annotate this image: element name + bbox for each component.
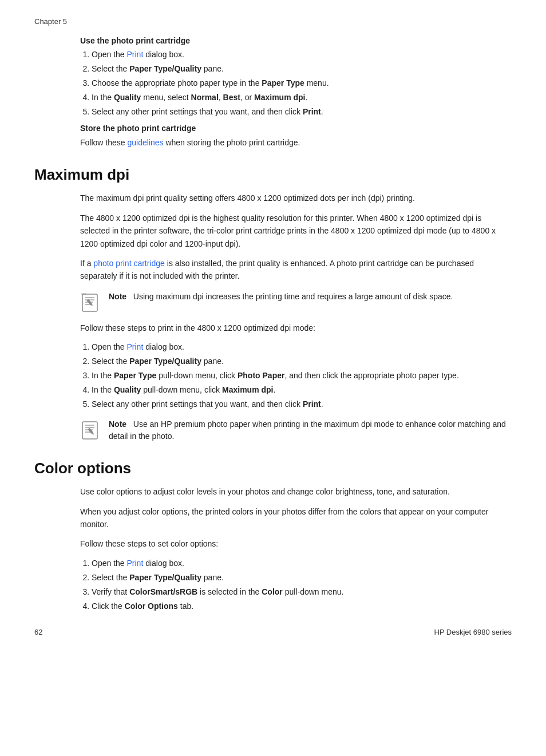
maximum-dpi-steps: Open the Print dialog box. Select the Pa… (92, 341, 512, 410)
note-text-2: Note Use an HP premium photo paper when … (109, 418, 512, 442)
use-photo-cartridge-steps: Open the Print dialog box. Select the Pa… (92, 49, 512, 118)
list-item: Select any other print settings that you… (92, 106, 512, 118)
note-label-2: Note (109, 419, 126, 429)
print-link-2[interactable]: Print (127, 342, 144, 351)
maximum-dpi-heading: Maximum dpi (34, 166, 512, 184)
guidelines-link[interactable]: guidelines (127, 138, 163, 147)
use-photo-cartridge-section: Use the photo print cartridge Open the P… (80, 36, 512, 149)
chapter-label: Chapter 5 (34, 17, 512, 26)
list-item: Open the Print dialog box. (92, 557, 512, 569)
maximum-dpi-section: The maximum dpi print quality setting of… (80, 192, 512, 442)
page-footer: 62 HP Deskjet 6980 series (34, 628, 512, 636)
list-item: Select the Paper Type/Quality pane. (92, 572, 512, 584)
list-item: In the Quality menu, select Normal, Best… (92, 92, 512, 104)
list-item: Select any other print settings that you… (92, 398, 512, 410)
svg-rect-13 (88, 428, 93, 434)
color-options-para1: Use color options to adjust color levels… (80, 485, 512, 498)
note-label-1: Note (109, 292, 126, 301)
print-link-3[interactable]: Print (127, 559, 144, 568)
list-item: Select the Paper Type/Quality pane. (92, 63, 512, 75)
store-photo-cartridge-text: Follow these guidelines when storing the… (80, 136, 512, 149)
list-item: Open the Print dialog box. (92, 341, 512, 353)
page-number: 62 (34, 628, 42, 636)
follow-steps-text-1: Follow these steps to print in the 4800 … (80, 322, 512, 334)
color-options-heading: Color options (34, 460, 512, 477)
note-content-1: Using maximum dpi increases the printing… (133, 292, 453, 301)
note-text-1: Note Using maximum dpi increases the pri… (109, 291, 453, 303)
maximum-dpi-para3: If a photo print cartridge is also insta… (80, 257, 512, 283)
list-item: Choose the appropriate photo paper type … (92, 77, 512, 89)
note-content-2: Use an HP premium photo paper when print… (109, 419, 506, 441)
list-item: Click the Color Options tab. (92, 600, 512, 612)
color-options-para2: When you adjust color options, the print… (80, 505, 512, 531)
use-photo-cartridge-title: Use the photo print cartridge (80, 36, 512, 45)
print-link-1[interactable]: Print (127, 50, 144, 59)
store-photo-cartridge-title: Store the photo print cartridge (80, 124, 512, 133)
note-icon-2 (80, 419, 102, 441)
store-photo-cartridge-section: Store the photo print cartridge Follow t… (80, 124, 512, 149)
photo-print-cartridge-link[interactable]: photo print cartridge (93, 259, 165, 268)
note-box-1: ≡≡≡ Note Using maximum dpi increases the… (80, 291, 512, 314)
product-name: HP Deskjet 6980 series (434, 628, 512, 636)
maximum-dpi-para1: The maximum dpi print quality setting of… (80, 192, 512, 204)
color-options-steps: Open the Print dialog box. Select the Pa… (92, 557, 512, 612)
list-item: Open the Print dialog box. (92, 49, 512, 61)
svg-text:≡≡≡: ≡≡≡ (81, 292, 86, 295)
note-icon-1: ≡≡≡ (80, 292, 102, 314)
list-item: In the Quality pull-down menu, click Max… (92, 384, 512, 396)
list-item: Verify that ColorSmart/sRGB is selected … (92, 586, 512, 598)
color-options-follow-steps: Follow these steps to set color options: (80, 537, 512, 550)
maximum-dpi-para2: The 4800 x 1200 optimized dpi is the hig… (80, 212, 512, 250)
note-box-2: Note Use an HP premium photo paper when … (80, 418, 512, 442)
color-options-section: Use color options to adjust color levels… (80, 485, 512, 612)
list-item: Select the Paper Type/Quality pane. (92, 355, 512, 367)
list-item: In the Paper Type pull-down menu, click … (92, 370, 512, 382)
page-container: Chapter 5 Use the photo print cartridge … (0, 0, 546, 652)
